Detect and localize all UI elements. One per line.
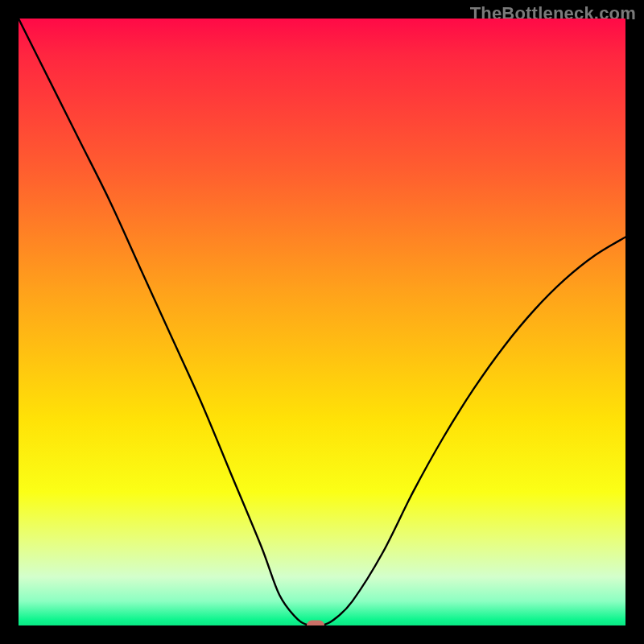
chart-frame: TheBottleneck.com xyxy=(0,0,644,644)
plot-area xyxy=(19,19,625,625)
bottleneck-curve xyxy=(19,19,625,625)
minimum-marker xyxy=(307,621,324,626)
